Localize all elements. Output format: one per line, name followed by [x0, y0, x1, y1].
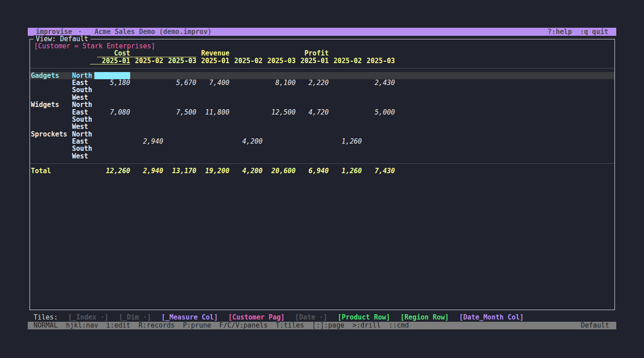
month-col-2[interactable]: 2025-03	[163, 57, 196, 64]
tile-measure-col[interactable]: [_Measure Col]	[161, 313, 218, 321]
value-cell[interactable]	[329, 131, 362, 138]
cursor-cell[interactable]	[94, 72, 130, 79]
measure-group-revenue[interactable]: Revenue	[196, 50, 296, 57]
value-cell[interactable]	[196, 131, 229, 138]
value-cell[interactable]	[130, 116, 163, 123]
value-cell[interactable]	[163, 101, 196, 108]
pivot-row[interactable]: West	[30, 153, 614, 160]
value-cell[interactable]	[130, 79, 163, 86]
value-cell[interactable]	[263, 72, 296, 79]
value-cell[interactable]	[329, 123, 362, 130]
value-cell[interactable]	[362, 138, 395, 145]
value-cell[interactable]	[362, 123, 395, 130]
pivot-row[interactable]: West	[30, 94, 614, 101]
pivot-row[interactable]: East7,0807,50011,80012,5004,7205,000	[30, 109, 614, 116]
value-cell[interactable]	[329, 79, 362, 86]
value-cell[interactable]: 2,430	[362, 79, 395, 86]
value-cell[interactable]: 4,720	[296, 109, 329, 116]
value-cell[interactable]: 7,080	[97, 109, 130, 116]
value-cell[interactable]	[130, 94, 163, 101]
value-cell[interactable]: 1,260	[329, 138, 362, 145]
value-cell[interactable]: 8,100	[263, 79, 296, 86]
pivot-row[interactable]: South	[30, 86, 614, 94]
value-cell[interactable]	[97, 145, 130, 152]
value-cell[interactable]	[362, 94, 395, 101]
month-col-7[interactable]: 2025-02	[329, 57, 362, 64]
tile-index[interactable]: [_Index ·]	[68, 313, 108, 321]
value-cell[interactable]	[362, 116, 395, 123]
value-cell[interactable]	[362, 101, 395, 108]
value-cell[interactable]	[229, 123, 263, 130]
month-col-3[interactable]: 2025-01	[196, 57, 229, 64]
value-cell[interactable]	[163, 131, 196, 138]
month-col-0[interactable]: 2025-01	[90, 57, 130, 64]
month-col-8[interactable]: 2025-03	[362, 57, 395, 64]
value-cell[interactable]	[97, 123, 130, 130]
value-cell[interactable]	[196, 72, 229, 79]
value-cell[interactable]: 5,180	[97, 79, 130, 86]
value-cell[interactable]	[97, 138, 130, 145]
value-cell[interactable]	[263, 101, 296, 108]
value-cell[interactable]	[130, 72, 163, 79]
value-cell[interactable]	[263, 131, 296, 138]
pivot-row[interactable]: South	[30, 116, 614, 123]
value-cell[interactable]	[229, 153, 263, 160]
measure-group-cost[interactable]: Cost	[97, 50, 196, 57]
value-cell[interactable]	[163, 116, 196, 123]
value-cell[interactable]: 2,220	[296, 79, 329, 86]
value-cell[interactable]	[263, 145, 296, 152]
value-cell[interactable]	[163, 138, 196, 145]
value-cell[interactable]	[362, 72, 395, 79]
value-cell[interactable]	[229, 116, 263, 123]
value-cell[interactable]: 7,400	[196, 79, 229, 86]
value-cell[interactable]	[229, 109, 263, 116]
tile-dim[interactable]: [_Dim ·]	[119, 313, 151, 321]
value-cell[interactable]	[329, 153, 362, 160]
value-cell[interactable]	[296, 94, 329, 101]
value-cell[interactable]	[263, 153, 296, 160]
pivot-row[interactable]: East5,1805,6707,4008,1002,2202,430	[30, 79, 614, 86]
value-cell[interactable]	[196, 86, 229, 94]
month-col-5[interactable]: 2025-03	[263, 57, 296, 64]
value-cell[interactable]	[329, 72, 362, 79]
value-cell[interactable]	[229, 72, 263, 79]
value-cell[interactable]	[130, 86, 163, 94]
filter-badge[interactable]: [Customer = Stark Enterprises]	[30, 43, 614, 50]
value-cell[interactable]	[97, 86, 130, 94]
value-cell[interactable]	[163, 72, 196, 79]
value-cell[interactable]	[263, 123, 296, 130]
value-cell[interactable]	[97, 101, 130, 108]
value-cell[interactable]	[130, 153, 163, 160]
value-cell[interactable]	[362, 131, 395, 138]
value-cell[interactable]	[97, 116, 130, 123]
pivot-row[interactable]: GadgetsNorth	[30, 72, 614, 79]
value-cell[interactable]	[229, 79, 263, 86]
value-cell[interactable]	[130, 131, 163, 138]
value-cell[interactable]	[296, 116, 329, 123]
month-col-4[interactable]: 2025-02	[229, 57, 263, 64]
value-cell[interactable]	[296, 131, 329, 138]
value-cell[interactable]	[329, 109, 362, 116]
value-cell[interactable]: 11,800	[196, 109, 229, 116]
value-cell[interactable]	[329, 94, 362, 101]
value-cell[interactable]	[229, 101, 263, 108]
value-cell[interactable]	[163, 123, 196, 130]
tile-date[interactable]: [Date ·]	[295, 313, 327, 321]
value-cell[interactable]	[296, 72, 329, 79]
value-cell[interactable]	[196, 116, 229, 123]
value-cell[interactable]	[329, 101, 362, 108]
pivot-row[interactable]: West	[30, 123, 614, 130]
value-cell[interactable]	[163, 94, 196, 101]
pivot-row[interactable]: WidgetsNorth	[30, 101, 614, 108]
value-cell[interactable]	[97, 153, 130, 160]
pivot-row[interactable]: SprocketsNorth	[30, 131, 614, 138]
value-cell[interactable]	[229, 86, 263, 94]
value-cell[interactable]	[196, 101, 229, 108]
value-cell[interactable]	[263, 86, 296, 94]
value-cell[interactable]: 12,500	[263, 109, 296, 116]
value-cell[interactable]	[296, 101, 329, 108]
tile-product-row[interactable]: [Product Row]	[338, 313, 390, 321]
value-cell[interactable]	[130, 109, 163, 116]
value-cell[interactable]	[97, 94, 130, 101]
value-cell[interactable]: 5,670	[163, 79, 196, 86]
